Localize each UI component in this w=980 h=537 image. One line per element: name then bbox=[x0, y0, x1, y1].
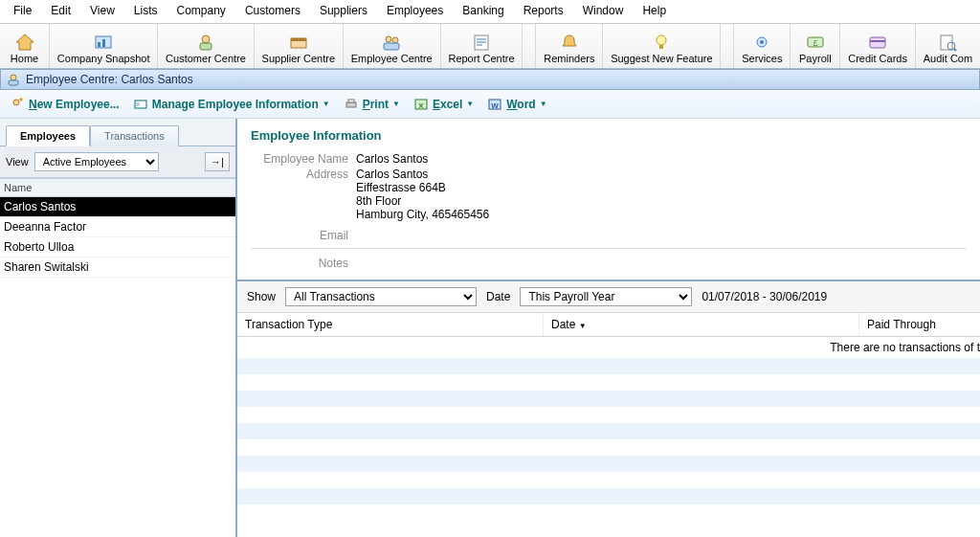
svg-marker-0 bbox=[16, 34, 33, 50]
label-employee-name: Employee Name bbox=[251, 152, 356, 166]
tb-label: Employee Centre bbox=[351, 53, 433, 64]
goto-button[interactable]: →| bbox=[205, 152, 230, 171]
menu-lists[interactable]: Lists bbox=[124, 2, 167, 19]
manage-employee-info-button[interactable]: Manage Employee Information ▼ bbox=[133, 97, 330, 112]
window-titlebar: Employee Centre: Carlos Santos bbox=[0, 69, 980, 90]
tb-customer-centre[interactable]: Customer Centre bbox=[158, 24, 254, 68]
tb-suggest-feature[interactable]: Suggest New Feature bbox=[603, 24, 721, 68]
tb-home[interactable]: Home bbox=[0, 24, 50, 68]
menu-company[interactable]: Company bbox=[167, 2, 235, 19]
address-line: 8th Floor bbox=[356, 194, 489, 208]
new-employee-icon bbox=[10, 97, 25, 112]
table-row bbox=[237, 472, 980, 488]
excel-icon: X bbox=[413, 97, 429, 112]
svg-line-25 bbox=[954, 49, 956, 51]
table-row bbox=[237, 504, 980, 521]
menu-employees[interactable]: Employees bbox=[377, 2, 453, 19]
tx-empty-message: There are no transactions of t bbox=[237, 337, 980, 358]
employee-window-icon bbox=[7, 73, 20, 86]
svg-point-9 bbox=[392, 37, 398, 43]
list-header-name[interactable]: Name bbox=[0, 179, 235, 197]
right-pane: Employee Information Employee Name Carlo… bbox=[237, 119, 980, 537]
cmd-label: Manage Employee Information bbox=[152, 98, 319, 111]
tab-transactions[interactable]: Transactions bbox=[90, 125, 179, 146]
list-item[interactable]: Carlos Santos bbox=[0, 197, 235, 217]
menu-suppliers[interactable]: Suppliers bbox=[310, 2, 377, 19]
value-employee-name: Carlos Santos bbox=[356, 152, 428, 166]
menu-banking[interactable]: Banking bbox=[453, 2, 513, 19]
cmd-label: ew Employee... bbox=[37, 98, 120, 111]
tb-employee-centre[interactable]: Employee Centre bbox=[344, 24, 441, 68]
show-select[interactable]: All Transactions bbox=[285, 287, 477, 306]
credit-card-icon bbox=[866, 32, 889, 53]
view-select[interactable]: Active Employees bbox=[34, 152, 159, 171]
menu-view[interactable]: View bbox=[80, 2, 124, 19]
show-label: Show bbox=[247, 290, 276, 303]
col-paid-through[interactable]: Paid Through bbox=[859, 313, 980, 336]
tb-services[interactable]: Services bbox=[734, 24, 791, 68]
menu-reports[interactable]: Reports bbox=[514, 2, 573, 19]
tx-header-row: Transaction Type Date ▼ Paid Through bbox=[237, 313, 980, 337]
svg-text:W: W bbox=[491, 101, 499, 110]
cmd-label: xcel bbox=[440, 98, 462, 111]
menu-customers[interactable]: Customers bbox=[235, 2, 310, 19]
cmd-label: rint bbox=[370, 98, 389, 111]
employee-icon bbox=[380, 32, 403, 53]
tab-employees[interactable]: Employees bbox=[6, 125, 90, 146]
main-toolbar: Home Company Snapshot Customer Centre Su… bbox=[0, 23, 980, 69]
tb-payroll[interactable]: £ Payroll bbox=[791, 24, 840, 68]
list-item[interactable]: Roberto Ulloa bbox=[0, 237, 235, 257]
col-date[interactable]: Date ▼ bbox=[544, 313, 859, 336]
tb-supplier-centre[interactable]: Supplier Centre bbox=[255, 24, 344, 68]
list-item[interactable]: Deeanna Factor bbox=[0, 217, 235, 237]
new-employee-button[interactable]: New Employee... bbox=[10, 97, 120, 112]
info-title: Employee Information bbox=[251, 128, 967, 143]
window-title: Employee Centre: Carlos Santos bbox=[26, 73, 193, 86]
home-icon bbox=[13, 32, 36, 53]
table-row bbox=[237, 456, 980, 472]
svg-rect-10 bbox=[384, 43, 399, 50]
report-icon bbox=[470, 32, 493, 53]
menu-file[interactable]: File bbox=[4, 2, 41, 19]
tb-reminders[interactable]: Reminders bbox=[536, 24, 603, 68]
chevron-down-icon: ▼ bbox=[540, 100, 547, 108]
view-row: View Active Employees →| bbox=[0, 146, 235, 178]
svg-rect-3 bbox=[102, 39, 105, 47]
print-button[interactable]: Print ▼ bbox=[344, 97, 400, 112]
tb-label: Payroll bbox=[799, 53, 832, 64]
menu-window[interactable]: Window bbox=[573, 2, 634, 19]
col-transaction-type[interactable]: Transaction Type bbox=[237, 313, 544, 336]
svg-rect-16 bbox=[659, 45, 663, 49]
table-row bbox=[237, 439, 980, 456]
svg-point-28 bbox=[13, 100, 19, 105]
address-line: Hamburg City, 465465456 bbox=[356, 208, 489, 221]
divider bbox=[251, 248, 967, 249]
customer-icon bbox=[194, 32, 217, 53]
list-item[interactable]: Sharen Switalski bbox=[0, 257, 235, 278]
date-select[interactable]: This Payroll Year bbox=[520, 287, 692, 306]
svg-point-4 bbox=[202, 35, 210, 43]
svg-text:X: X bbox=[418, 101, 424, 110]
command-bar: New Employee... Manage Employee Informat… bbox=[0, 90, 980, 119]
table-row bbox=[237, 374, 980, 391]
date-label: Date bbox=[486, 290, 510, 303]
table-row bbox=[237, 358, 980, 374]
tb-company-snapshot[interactable]: Company Snapshot bbox=[50, 24, 158, 68]
table-row bbox=[237, 391, 980, 407]
tb-credit-cards[interactable]: Credit Cards bbox=[840, 24, 916, 68]
employee-list: Name Carlos Santos Deeanna Factor Robert… bbox=[0, 178, 235, 537]
svg-rect-32 bbox=[136, 102, 140, 106]
chevron-down-icon: ▼ bbox=[392, 100, 400, 108]
menu-edit[interactable]: Edit bbox=[41, 2, 80, 19]
toolbar-spacer bbox=[721, 24, 734, 68]
excel-button[interactable]: X Excel ▼ bbox=[413, 97, 474, 112]
svg-rect-22 bbox=[870, 40, 885, 42]
menu-help[interactable]: Help bbox=[633, 2, 676, 19]
tb-audit-com[interactable]: Audit Com bbox=[916, 24, 980, 68]
svg-rect-7 bbox=[291, 38, 306, 41]
toolbar-spacer bbox=[523, 24, 536, 68]
tb-report-centre[interactable]: Report Centre bbox=[441, 24, 523, 68]
word-button[interactable]: W Word ▼ bbox=[487, 97, 546, 112]
label-address: Address bbox=[251, 168, 356, 221]
svg-point-18 bbox=[760, 40, 764, 44]
